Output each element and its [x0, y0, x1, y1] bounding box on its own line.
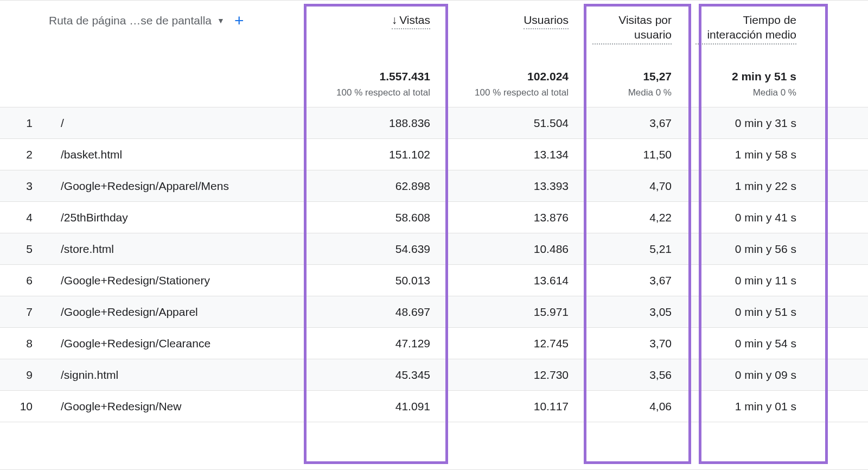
row-index: 7 [0, 296, 49, 328]
row-vpu: 4,06 [580, 391, 684, 422]
table-row[interactable]: 10/Google+Redesign/New41.09110.1174,061 … [0, 391, 868, 422]
total-users-value: 102.024 [454, 70, 569, 83]
add-dimension-button[interactable]: + [234, 12, 244, 29]
row-index: 6 [0, 265, 49, 296]
table-row[interactable]: 1/188.83651.5043,670 min y 31 s [0, 107, 868, 139]
row-vistas: 50.013 [304, 265, 442, 296]
row-path[interactable]: /basket.html [61, 148, 122, 161]
row-vpu: 3,56 [580, 359, 684, 391]
row-users: 15.971 [442, 296, 580, 328]
header-tiempo[interactable]: Tiempo de interacción medio [684, 1, 808, 66]
row-path[interactable]: /Google+Redesign/Apparel [61, 306, 198, 318]
row-vistas: 45.345 [304, 359, 442, 391]
header-vistas[interactable]: ↓Vistas [304, 1, 442, 66]
header-users-label: Usuarios [524, 12, 569, 29]
row-path[interactable]: /Google+Redesign/Clearance [61, 337, 210, 350]
row-users: 10.117 [442, 391, 580, 422]
row-path-cell: /Google+Redesign/Stationery [49, 265, 304, 296]
row-path-cell: /signin.html [49, 359, 304, 391]
row-path[interactable]: /Google+Redesign/Apparel/Mens [61, 180, 229, 192]
table-row[interactable]: 4/25thBirthday58.60813.8764,220 min y 41… [0, 202, 868, 233]
row-index: 3 [0, 170, 49, 202]
row-tiempo: 1 min y 01 s [684, 391, 808, 422]
report-table-container: Ruta de página …se de pantalla ▼ + ↓Vist… [0, 0, 868, 470]
row-vpu: 3,67 [580, 265, 684, 296]
row-path-cell: /Google+Redesign/Clearance [49, 328, 304, 359]
header-index [0, 1, 49, 66]
row-path[interactable]: /Google+Redesign/New [61, 400, 181, 412]
row-path[interactable]: /signin.html [61, 369, 118, 381]
row-path[interactable]: /25thBirthday [61, 211, 128, 224]
table-row[interactable]: 2/basket.html151.10213.13411,501 min y 5… [0, 139, 868, 170]
row-tiempo: 1 min y 58 s [684, 139, 808, 170]
row-path-cell: /Google+Redesign/Apparel/Mens [49, 170, 304, 202]
row-path-cell: /store.html [49, 233, 304, 265]
row-index: 1 [0, 107, 49, 139]
table-row[interactable]: 7/Google+Redesign/Apparel48.69715.9713,0… [0, 296, 868, 328]
row-tail [808, 233, 868, 265]
row-vistas: 48.697 [304, 296, 442, 328]
row-vpu: 3,67 [580, 107, 684, 139]
row-vistas: 54.639 [304, 233, 442, 265]
chevron-down-icon: ▼ [217, 16, 225, 25]
row-tail [808, 107, 868, 139]
row-users: 12.730 [442, 359, 580, 391]
total-vpu: 15,27 Media 0 % [580, 66, 684, 107]
header-tail [808, 1, 868, 66]
row-tiempo: 0 min y 41 s [684, 202, 808, 233]
total-vpu-sub: Media 0 % [628, 87, 672, 98]
row-index: 10 [0, 391, 49, 422]
row-path-cell: /Google+Redesign/Apparel [49, 296, 304, 328]
row-tiempo: 0 min y 11 s [684, 265, 808, 296]
row-tail [808, 391, 868, 422]
row-index: 2 [0, 139, 49, 170]
header-tiempo-label: Tiempo de interacción medio [695, 12, 796, 45]
row-vistas: 41.091 [304, 391, 442, 422]
report-table: Ruta de página …se de pantalla ▼ + ↓Vist… [0, 1, 868, 422]
header-users[interactable]: Usuarios [442, 1, 580, 66]
row-path-cell: / [49, 107, 304, 139]
row-vistas: 62.898 [304, 170, 442, 202]
row-vpu: 4,22 [580, 202, 684, 233]
row-users: 51.504 [442, 107, 580, 139]
dimension-picker[interactable]: Ruta de página …se de pantalla ▼ [49, 14, 225, 27]
row-path[interactable]: /store.html [61, 243, 114, 255]
row-path-cell: /basket.html [49, 139, 304, 170]
table-row[interactable]: 9/signin.html45.34512.7303,560 min y 09 … [0, 359, 868, 391]
row-tail [808, 296, 868, 328]
total-vpu-value: 15,27 [592, 70, 672, 83]
header-vpu[interactable]: Visitas por usuario [580, 1, 684, 66]
row-vistas: 47.129 [304, 328, 442, 359]
row-vpu: 3,05 [580, 296, 684, 328]
row-users: 10.486 [442, 233, 580, 265]
row-tiempo: 0 min y 09 s [684, 359, 808, 391]
row-tail [808, 328, 868, 359]
header-vistas-label: Vistas [399, 14, 430, 26]
row-tiempo: 1 min y 22 s [684, 170, 808, 202]
row-path-cell: /25thBirthday [49, 202, 304, 233]
row-vistas: 188.836 [304, 107, 442, 139]
row-tail [808, 202, 868, 233]
table-row[interactable]: 8/Google+Redesign/Clearance47.12912.7453… [0, 328, 868, 359]
row-index: 4 [0, 202, 49, 233]
row-path-cell: /Google+Redesign/New [49, 391, 304, 422]
row-path[interactable]: /Google+Redesign/Stationery [61, 274, 210, 287]
totals-row: 1.557.431 100 % respecto al total 102.02… [0, 66, 868, 107]
row-vpu: 4,70 [580, 170, 684, 202]
total-vistas: 1.557.431 100 % respecto al total [304, 66, 442, 107]
row-index: 8 [0, 328, 49, 359]
row-tiempo: 0 min y 31 s [684, 107, 808, 139]
row-path[interactable]: / [61, 117, 64, 129]
row-tiempo: 0 min y 56 s [684, 233, 808, 265]
header-dimension: Ruta de página …se de pantalla ▼ + [49, 1, 304, 66]
header-row: Ruta de página …se de pantalla ▼ + ↓Vist… [0, 1, 868, 66]
row-tail [808, 359, 868, 391]
row-index: 9 [0, 359, 49, 391]
row-vpu: 5,21 [580, 233, 684, 265]
table-row[interactable]: 5/store.html54.63910.4865,210 min y 56 s [0, 233, 868, 265]
total-users-sub: 100 % respecto al total [475, 87, 569, 98]
row-tail [808, 170, 868, 202]
row-vistas: 58.608 [304, 202, 442, 233]
table-row[interactable]: 3/Google+Redesign/Apparel/Mens62.89813.3… [0, 170, 868, 202]
table-row[interactable]: 6/Google+Redesign/Stationery50.01313.614… [0, 265, 868, 296]
